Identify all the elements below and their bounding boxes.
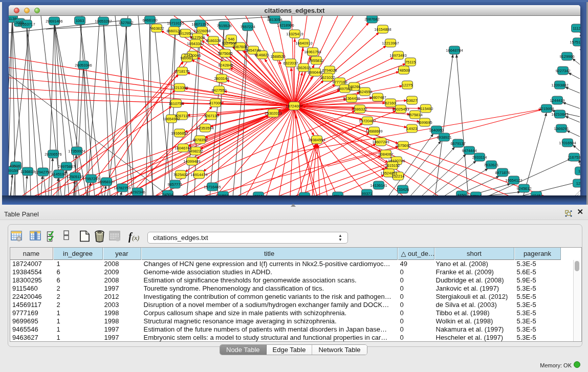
svg-text:1640953: 1640953 (429, 128, 444, 133)
svg-text:12353594: 12353594 (197, 126, 213, 130)
svg-text:10688609: 10688609 (365, 129, 382, 134)
svg-text:2367608: 2367608 (232, 45, 247, 49)
svg-text:20553717: 20553717 (18, 22, 35, 27)
svg-text:10719155: 10719155 (167, 21, 184, 26)
svg-text:8878352: 8878352 (192, 138, 207, 142)
svg-text:3215958: 3215958 (539, 106, 554, 111)
svg-text:19166852: 19166852 (171, 131, 188, 136)
svg-text:7515526: 7515526 (216, 24, 231, 28)
svg-text:1112: 1112 (573, 26, 580, 31)
svg-text:11: 11 (578, 169, 580, 173)
svg-text:8990448: 8990448 (308, 70, 322, 75)
svg-text:1063: 1063 (76, 18, 84, 23)
svg-text:39159: 39159 (9, 168, 18, 173)
svg-text:1362615: 1362615 (296, 65, 311, 70)
svg-text:9245: 9245 (532, 193, 541, 196)
svg-text:3624554: 3624554 (357, 90, 372, 94)
svg-text:9129966: 9129966 (559, 54, 574, 59)
svg-text:7557224: 7557224 (240, 25, 255, 29)
svg-text:2803144: 2803144 (214, 76, 229, 81)
svg-text:1610755: 1610755 (168, 101, 183, 106)
svg-text:1621022: 1621022 (320, 75, 335, 80)
svg-text:3454749: 3454749 (246, 48, 260, 53)
svg-text:10543342: 10543342 (187, 41, 204, 46)
svg-text:20691406: 20691406 (46, 19, 62, 24)
svg-text:97514: 97514 (471, 194, 482, 196)
svg-text:9115460: 9115460 (419, 106, 433, 111)
svg-text:9699695: 9699695 (417, 120, 432, 125)
svg-text:252214: 252214 (391, 174, 404, 179)
svg-text:29975887: 29975887 (58, 164, 75, 169)
svg-text:8471876: 8471876 (495, 170, 510, 175)
svg-text:6794028: 6794028 (322, 68, 337, 73)
svg-text:12505135: 12505135 (67, 174, 83, 179)
svg-text:15720407: 15720407 (359, 119, 376, 123)
svg-text:2933114: 2933114 (472, 155, 487, 160)
svg-text:1156819: 1156819 (20, 169, 35, 174)
svg-text:21364436: 21364436 (343, 96, 360, 101)
svg-text:8121: 8121 (300, 194, 309, 196)
svg-text:10025453: 10025453 (392, 107, 409, 112)
svg-text:16120746: 16120746 (388, 159, 405, 163)
svg-text:17359924: 17359924 (68, 149, 85, 154)
svg-text:417006: 417006 (209, 101, 222, 105)
svg-text:8938921: 8938921 (437, 135, 451, 140)
svg-text:25302033: 25302033 (265, 111, 281, 116)
svg-text:9474444: 9474444 (462, 148, 476, 153)
svg-text:9084067: 9084067 (378, 152, 393, 157)
svg-text:2087682: 2087682 (364, 17, 379, 21)
svg-text:6679137: 6679137 (450, 141, 465, 146)
svg-text:746266: 746266 (347, 84, 360, 89)
svg-text:1615152: 1615152 (385, 163, 400, 168)
svg-text:10807487: 10807487 (369, 95, 386, 100)
svg-text:19384554: 19384554 (308, 138, 325, 142)
svg-text:62160: 62160 (385, 101, 396, 105)
svg-text:26053346: 26053346 (75, 63, 92, 68)
svg-text:1588520: 1588520 (270, 54, 285, 59)
svg-text:23226058: 23226058 (193, 29, 210, 33)
svg-text:5875685: 5875685 (217, 51, 232, 56)
svg-text:1527602: 1527602 (118, 20, 133, 25)
svg-text:9146821: 9146821 (254, 53, 269, 57)
svg-text:9857771: 9857771 (167, 182, 182, 187)
svg-text:7955812: 7955812 (309, 58, 323, 63)
svg-text:2718176: 2718176 (175, 69, 189, 74)
svg-text:8427552: 8427552 (211, 88, 226, 93)
svg-text:989961: 989961 (180, 56, 193, 60)
svg-text:10958107: 10958107 (98, 180, 115, 184)
svg-text:13325419: 13325419 (286, 32, 303, 36)
svg-text:733426: 733426 (396, 187, 409, 192)
svg-text:16914479: 16914479 (190, 172, 207, 177)
svg-text:34504: 34504 (163, 192, 173, 196)
svg-text:16640910: 16640910 (295, 41, 312, 46)
svg-text:10973493: 10973493 (389, 53, 406, 58)
svg-text:116753: 116753 (568, 155, 580, 160)
svg-text:12213967: 12213967 (382, 41, 399, 46)
svg-text:10671355: 10671355 (191, 22, 208, 27)
svg-text:14099489: 14099489 (183, 159, 200, 164)
svg-text:9127509: 9127509 (190, 35, 205, 40)
svg-text:7632621: 7632621 (484, 163, 498, 167)
svg-text:17016504: 17016504 (559, 141, 576, 145)
svg-text:748500: 748500 (397, 68, 410, 73)
svg-text:8450: 8450 (458, 193, 466, 196)
svg-text:7386322: 7386322 (352, 107, 367, 112)
svg-text:1369291: 1369291 (554, 126, 569, 131)
svg-text:12213369: 12213369 (171, 85, 188, 90)
svg-text:19218906: 19218906 (277, 23, 294, 28)
svg-text:18607249: 18607249 (372, 140, 389, 144)
svg-text:17957255: 17957255 (82, 177, 99, 181)
svg-text:12: 12 (576, 181, 580, 186)
svg-text:1145194: 1145194 (52, 172, 67, 177)
svg-text:6466160: 6466160 (142, 18, 157, 23)
svg-text:12275: 12275 (402, 83, 413, 87)
svg-text:12942757: 12942757 (34, 170, 51, 174)
svg-text:6322037: 6322037 (283, 61, 298, 65)
svg-text:9245612: 9245612 (516, 186, 531, 191)
svg-text:9777169: 9777169 (332, 80, 347, 84)
svg-text:1292346: 1292346 (130, 190, 145, 194)
svg-text:16154808: 16154808 (374, 27, 391, 32)
svg-text:75115: 75115 (405, 60, 416, 64)
svg-text:9116: 9116 (254, 194, 263, 196)
svg-text:20206576: 20206576 (45, 152, 61, 157)
